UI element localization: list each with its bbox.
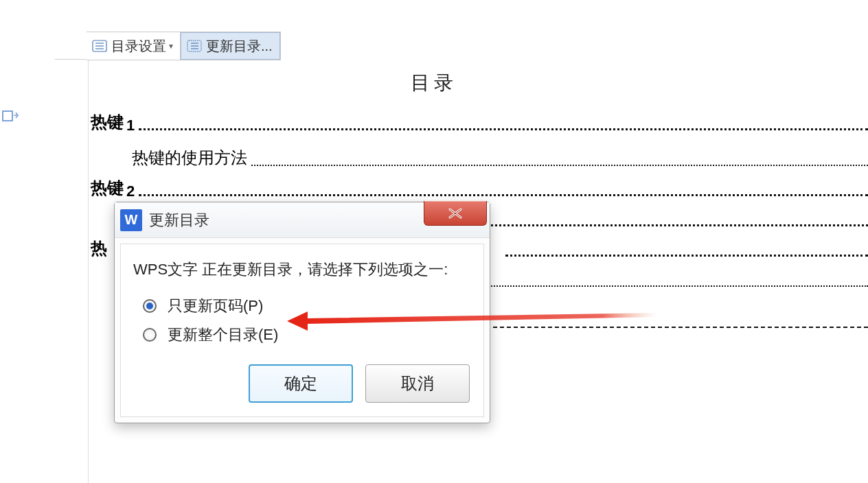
radio-label: 只更新页码(P) <box>168 296 263 316</box>
update-toc-dialog: W 更新目录 WPS文字 正在更新目录，请选择下列选项之一: 只更新页码(P) … <box>114 202 490 423</box>
dialog-title: 更新目录 <box>149 210 209 231</box>
toc-entry-label: 热键的使用方法 <box>88 147 247 170</box>
paragraph-marker-icon <box>0 108 21 125</box>
toc-leader <box>486 224 868 226</box>
toc-update-button[interactable]: 更新目录... <box>181 32 280 60</box>
document-title: 目录 <box>0 70 868 96</box>
toc-entry-numeral: 1 <box>126 117 135 134</box>
close-button[interactable] <box>424 201 487 226</box>
button-label: 确定 <box>284 373 317 394</box>
toc-leader <box>486 327 868 328</box>
toc-entry[interactable]: 热键 2 <box>88 170 868 200</box>
radio-icon <box>143 299 157 313</box>
toc-leader <box>505 255 868 257</box>
toc-leader <box>486 285 868 287</box>
toc-update-label: 更新目录... <box>206 37 273 56</box>
radio-label: 更新整个目录(E) <box>168 325 278 345</box>
cancel-button[interactable]: 取消 <box>365 364 470 403</box>
radio-update-page-only[interactable]: 只更新页码(P) <box>133 292 470 320</box>
toc-entry-label: 热键 <box>88 177 124 200</box>
dialog-body: WPS文字 正在更新目录，请选择下列选项之一: 只更新页码(P) 更新整个目录(… <box>120 244 484 417</box>
toc-entry[interactable]: 热键的使用方法 <box>88 134 868 170</box>
toc-entry-label: 热键 <box>88 111 124 134</box>
toc-entry-numeral: 2 <box>126 182 135 200</box>
toc-toolbar: 目录设置 ▾ 更新目录... <box>87 32 281 60</box>
dialog-message: WPS文字 正在更新目录，请选择下列选项之一: <box>133 258 470 281</box>
toc-leader <box>251 165 868 166</box>
toc-entry-label: 热 <box>88 237 107 261</box>
toc-settings-label: 目录设置 <box>111 37 166 56</box>
dialog-button-row: 确定 取消 <box>133 364 470 403</box>
toc-leader <box>139 128 868 130</box>
page-margin-stub <box>55 59 88 64</box>
toc-leader <box>139 194 868 196</box>
dialog-titlebar[interactable]: W 更新目录 <box>115 202 490 238</box>
toc-entry[interactable]: 热键 1 <box>88 104 868 134</box>
button-label: 取消 <box>401 373 434 394</box>
toc-settings-button[interactable]: 目录设置 ▾ <box>87 32 181 60</box>
close-icon <box>446 207 465 220</box>
list-icon <box>92 40 107 52</box>
svg-rect-0 <box>3 111 12 121</box>
radio-icon <box>143 328 157 342</box>
ok-button[interactable]: 确定 <box>249 364 353 403</box>
caret-down-icon: ▾ <box>169 41 173 51</box>
radio-update-full[interactable]: 更新整个目录(E) <box>133 320 470 349</box>
refresh-list-icon <box>187 40 202 52</box>
app-icon: W <box>120 209 142 231</box>
